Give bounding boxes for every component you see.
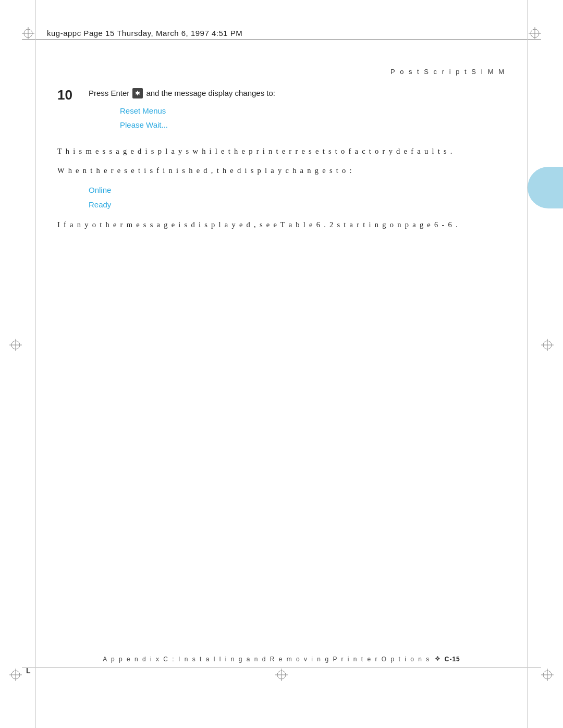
reg-mark-mid-right <box>541 339 554 351</box>
right-rule <box>527 0 528 728</box>
l-mark: L <box>26 667 31 675</box>
display-line-ready: Ready <box>89 198 506 212</box>
display-line-reset-menus: Reset Menus <box>120 104 506 118</box>
reg-mark-bottom-left <box>9 669 22 681</box>
second-display-block: Online Ready <box>89 183 506 212</box>
body-text-3: I f a n y o t h e r m e s s a g e i s d … <box>57 218 506 231</box>
page-header-right: P o s t S c r i p t S I M M <box>390 68 506 76</box>
bottom-rule <box>22 668 541 668</box>
instruction-prefix: Press Enter <box>89 88 129 100</box>
page: kug-appc Page 15 Thursday, March 6, 1997… <box>0 0 563 728</box>
instruction-suffix: and the message display changes to: <box>146 88 275 100</box>
reg-mark-top-right <box>529 27 541 40</box>
display-line-online: Online <box>89 183 506 198</box>
footer-page-number: C-15 <box>445 656 460 663</box>
reg-mark-bottom-right <box>541 669 554 681</box>
footer: A p p e n d i x C : I n s t a l l i n g … <box>57 655 506 663</box>
body-text-1: T h i s m e s s a g e d i s p l a y s w … <box>57 145 506 158</box>
reg-mark-top-left <box>22 27 34 40</box>
footer-diamond-icon: ❖ <box>435 655 440 663</box>
enter-key-icon: ✱ <box>132 88 143 98</box>
display-line-please-wait: Please Wait... <box>120 118 506 132</box>
reg-mark-mid-left <box>9 339 22 351</box>
reg-mark-bottom-center <box>275 669 288 681</box>
first-display-block: Reset Menus Please Wait... <box>120 104 506 133</box>
blue-tab <box>528 167 563 208</box>
header-line: kug-appc Page 15 Thursday, March 6, 1997… <box>47 29 516 38</box>
step-number: 10 <box>57 88 89 103</box>
footer-text: A p p e n d i x C : I n s t a l l i n g … <box>103 656 430 663</box>
left-rule <box>35 0 36 728</box>
step-content: Press Enter ✱ and the message display ch… <box>89 88 506 138</box>
header-title: kug-appc Page 15 Thursday, March 6, 1997… <box>47 29 242 38</box>
step-instruction: Press Enter ✱ and the message display ch… <box>89 88 506 100</box>
main-content: 10 Press Enter ✱ and the message display… <box>57 88 506 237</box>
top-rule <box>22 39 541 40</box>
body-text-2: W h e n t h e r e s e t i s f i n i s h … <box>57 164 506 177</box>
step-10-row: 10 Press Enter ✱ and the message display… <box>57 88 506 138</box>
